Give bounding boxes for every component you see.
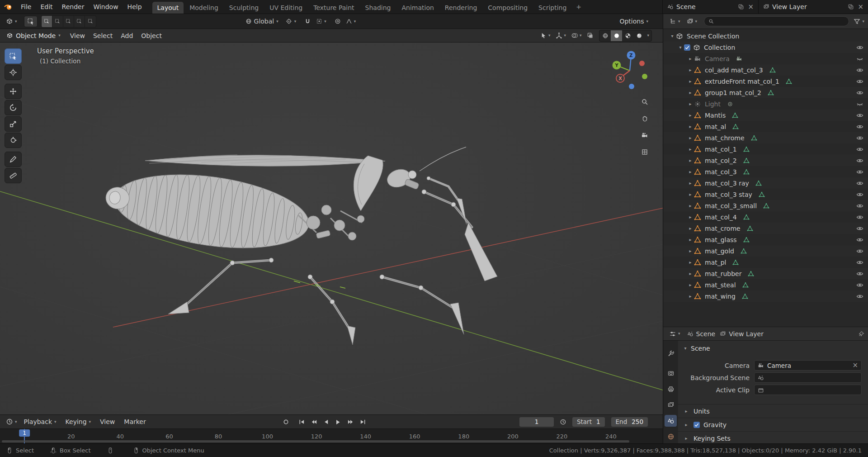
jump-to-end-button[interactable] [358, 418, 367, 427]
current-frame-field[interactable]: 1 [519, 417, 554, 427]
properties-editor-type-button[interactable] [667, 329, 683, 339]
outliner-row[interactable]: group1 mat_col_2 [663, 87, 868, 98]
outliner-row[interactable]: mat_glass [663, 234, 868, 245]
playhead-frame-badge[interactable]: 1 [19, 429, 30, 437]
play-reverse-button[interactable] [321, 418, 330, 427]
outliner-row[interactable]: mat_col_3 stay [663, 189, 868, 200]
overlays-dropdown[interactable] [571, 32, 582, 39]
visibility-eye-open-icon[interactable] [856, 112, 863, 119]
outliner-item-label[interactable]: mat_glass [705, 236, 737, 243]
scene-selector[interactable]: Scene [662, 0, 758, 14]
start-frame-field[interactable]: Start 1 [572, 417, 605, 427]
outliner-row[interactable]: mat_col_2 [663, 155, 868, 166]
remove-view-layer-icon[interactable] [858, 4, 863, 10]
visibility-eye-open-icon[interactable] [856, 89, 863, 96]
outliner-row[interactable]: mat_gold [663, 245, 868, 257]
cursor-tool-button[interactable] [5, 65, 22, 80]
collapse-arrow-icon[interactable] [682, 346, 689, 351]
tab-view-layer[interactable] [665, 399, 677, 411]
clear-camera-icon[interactable] [852, 362, 858, 369]
breadcrumb-view-layer[interactable]: View Layer [720, 330, 764, 338]
expand-arrow-icon[interactable] [687, 238, 694, 242]
add-workspace-button[interactable]: + [572, 3, 585, 10]
visibility-eye-open-icon[interactable] [856, 293, 863, 300]
menu-item[interactable]: Window [89, 0, 123, 14]
visibility-eye-open-icon[interactable] [856, 180, 863, 187]
expand-arrow-icon[interactable] [687, 90, 694, 95]
outliner-item-label[interactable]: mat_pl [705, 259, 726, 266]
select-mode-invert-button[interactable] [74, 16, 85, 27]
tab-scene[interactable] [665, 415, 677, 427]
snap-target-dropdown[interactable] [316, 18, 326, 24]
outliner-item-label[interactable]: mat_chrome [705, 134, 745, 142]
active-tool-icon[interactable] [24, 16, 38, 27]
outliner-item-label[interactable]: mat_col_3_small [705, 202, 757, 209]
visibility-eye-open-icon[interactable] [856, 191, 863, 198]
outliner-item-label[interactable]: Collection [704, 44, 735, 51]
next-keyframe-button[interactable] [346, 418, 355, 427]
outliner-item-label[interactable]: Scene Collection [687, 33, 739, 40]
outliner-item-label[interactable]: extrudeFront mat_col_1 [705, 78, 779, 85]
outliner-item-label[interactable]: Mantis [705, 112, 726, 119]
gizmo-x-negative[interactable] [639, 61, 645, 66]
visibility-eye-open-icon[interactable] [856, 202, 863, 209]
outliner-row[interactable]: Scene Collection [663, 30, 868, 42]
tab-world[interactable] [665, 431, 677, 443]
visibility-eye-open-icon[interactable] [856, 146, 863, 153]
menu-item[interactable]: Object [137, 32, 166, 39]
ortho-toggle-icon[interactable] [639, 146, 651, 158]
visibility-eye-open-icon[interactable] [856, 168, 863, 176]
visibility-eye-open-icon[interactable] [856, 214, 863, 221]
proportional-edit-toggle[interactable] [335, 18, 341, 24]
navigation-gizmo[interactable]: Z Y X [611, 51, 652, 92]
select-mode-intersect-button[interactable] [85, 16, 96, 27]
workspace-tab[interactable]: Scripting [533, 2, 571, 14]
visibility-eye-closed-icon[interactable] [856, 55, 863, 62]
visibility-eye-open-icon[interactable] [856, 248, 863, 255]
visibility-eye-open-icon[interactable] [856, 134, 863, 142]
expand-arrow-icon[interactable] [687, 192, 694, 197]
expand-arrow-icon[interactable] [687, 226, 694, 231]
menu-item[interactable]: Add [117, 32, 137, 39]
timeline-editor-type-button[interactable] [4, 417, 19, 427]
outliner-row[interactable]: extrudeFront mat_col_1 [663, 76, 868, 87]
select-mode-extend-button[interactable] [52, 16, 63, 27]
outliner-item-label[interactable]: mat_steal [705, 281, 736, 289]
expand-arrow-icon[interactable] [687, 271, 694, 276]
outliner-item-label[interactable]: mat_al [705, 123, 726, 130]
expand-arrow-icon[interactable] [687, 57, 694, 61]
outliner-row[interactable]: Light [663, 98, 868, 109]
end-frame-field[interactable]: End 250 [611, 417, 648, 427]
outliner-row[interactable]: mat_col_4 [663, 211, 868, 223]
active-clip-field[interactable] [754, 385, 862, 395]
move-tool-button[interactable] [5, 84, 22, 99]
expand-arrow-icon[interactable] [687, 124, 694, 129]
timeline-scrollbar[interactable] [2, 440, 629, 443]
menu-item[interactable]: Select [89, 32, 117, 39]
expand-arrow-icon[interactable] [687, 249, 694, 253]
select-mode-new-button[interactable] [42, 16, 52, 27]
3d-viewport[interactable]: User Perspective (1) Collection Z Y [0, 43, 663, 414]
workspace-tab[interactable]: Modeling [184, 2, 223, 14]
expand-arrow-icon[interactable] [687, 68, 694, 72]
workspace-tab[interactable]: Layout [152, 2, 184, 14]
collapse-arrow-icon[interactable] [669, 34, 676, 38]
visibility-eye-open-icon[interactable] [856, 44, 863, 51]
outliner-row[interactable]: mat_chrome [663, 132, 868, 143]
search-input[interactable] [717, 18, 844, 25]
pin-icon[interactable] [858, 331, 864, 337]
outliner-item-label[interactable]: Camera [705, 55, 730, 62]
transform-orientation-dropdown[interactable]: Global [245, 18, 278, 25]
expand-arrow-icon[interactable] [687, 204, 694, 208]
expand-arrow-icon[interactable] [687, 79, 694, 84]
outliner-item-label[interactable]: mat_col_3 [705, 168, 737, 176]
outliner-editor-type-button[interactable] [667, 16, 683, 26]
expand-arrow-icon[interactable] [683, 409, 690, 414]
workspace-tab[interactable]: Compositing [483, 2, 533, 14]
transform-tool-button[interactable] [5, 133, 22, 148]
outliner-row[interactable]: mat_col_1 [663, 143, 868, 155]
workspace-tab[interactable]: Shading [360, 2, 396, 14]
outliner-item-label[interactable]: col_add mat_col_3 [705, 67, 763, 74]
shading-wireframe-button[interactable] [599, 30, 611, 41]
outliner-item-label[interactable]: mat_wing [705, 293, 736, 300]
